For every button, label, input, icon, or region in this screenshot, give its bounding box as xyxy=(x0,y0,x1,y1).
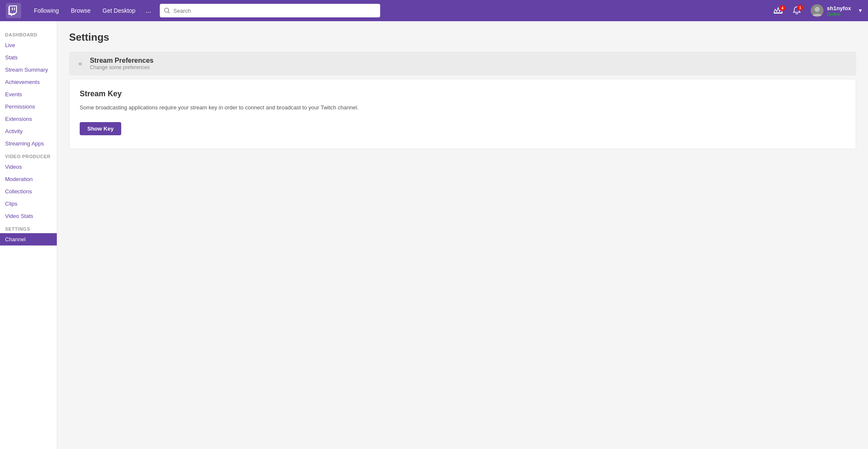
main-content: Settings « Stream Preferences Change som… xyxy=(57,21,868,449)
sidebar-section-settings: Settings xyxy=(0,222,57,233)
show-key-button[interactable]: Show Key xyxy=(80,122,121,135)
nav-right: 4 1 sh1nyfox Online ▼ xyxy=(770,3,863,19)
top-nav: Following Browse Get Desktop ... 4 1 sh1… xyxy=(0,0,868,21)
sidebar-item-streaming-apps[interactable]: Streaming Apps xyxy=(0,137,57,150)
bell-icon-btn[interactable]: 1 xyxy=(790,4,804,17)
stream-key-title: Stream Key xyxy=(80,89,846,98)
stream-pref-text: Stream Preferences Change some preferenc… xyxy=(90,57,153,70)
stream-pref-subtitle: Change some preferences xyxy=(90,64,153,70)
sidebar-item-permissions[interactable]: Permissions xyxy=(0,100,57,113)
username: sh1nyfox xyxy=(827,5,851,11)
chevron-down-icon[interactable]: ▼ xyxy=(858,8,863,14)
sidebar-item-channel[interactable]: Channel xyxy=(0,233,57,245)
search-input[interactable] xyxy=(173,8,376,14)
search-bar xyxy=(160,4,380,17)
nav-browse[interactable]: Browse xyxy=(66,5,96,17)
svg-rect-2 xyxy=(12,8,13,10)
twitch-logo[interactable] xyxy=(5,2,22,19)
search-icon xyxy=(164,8,170,14)
stream-pref-title: Stream Preferences xyxy=(90,57,153,64)
nav-following[interactable]: Following xyxy=(29,5,64,17)
sidebar-item-achievements[interactable]: Achievements xyxy=(0,76,57,88)
sidebar-item-stats[interactable]: Stats xyxy=(0,51,57,64)
stream-key-description: Some broadcasting applications require y… xyxy=(80,103,846,112)
crown-badge: 4 xyxy=(779,5,785,11)
sidebar-item-moderation[interactable]: Moderation xyxy=(0,173,57,185)
sidebar-section-video-producer: Video Producer xyxy=(0,150,57,161)
nav-links: Following Browse Get Desktop ... xyxy=(29,4,155,17)
collapse-button[interactable]: « xyxy=(76,59,85,68)
sidebar-item-activity[interactable]: Activity xyxy=(0,125,57,137)
nav-more[interactable]: ... xyxy=(142,4,155,17)
sidebar-section-dashboard: Dashboard xyxy=(0,28,57,39)
layout: Dashboard Live Stats Stream Summary Achi… xyxy=(0,21,868,449)
sidebar-item-stream-summary[interactable]: Stream Summary xyxy=(0,64,57,76)
username-block: sh1nyfox Online xyxy=(827,5,851,17)
stream-preferences-bar: « Stream Preferences Change some prefere… xyxy=(69,52,856,75)
sidebar-item-extensions[interactable]: Extensions xyxy=(0,113,57,125)
svg-rect-1 xyxy=(14,8,15,10)
svg-point-6 xyxy=(815,7,820,12)
avatar xyxy=(811,4,823,17)
sidebar-item-clips[interactable]: Clips xyxy=(0,198,57,210)
page-title: Settings xyxy=(69,31,856,43)
sidebar: Dashboard Live Stats Stream Summary Achi… xyxy=(0,21,57,449)
user-section[interactable]: sh1nyfox Online xyxy=(807,3,854,19)
online-status: Online xyxy=(827,11,851,17)
sidebar-item-video-stats[interactable]: Video Stats xyxy=(0,210,57,222)
stream-key-card: Stream Key Some broadcasting application… xyxy=(69,79,856,149)
crown-icon-btn[interactable]: 4 xyxy=(770,4,786,17)
sidebar-item-events[interactable]: Events xyxy=(0,88,57,100)
sidebar-item-live[interactable]: Live xyxy=(0,39,57,51)
svg-line-4 xyxy=(168,12,170,13)
sidebar-item-collections[interactable]: Collections xyxy=(0,185,57,198)
bell-badge: 1 xyxy=(797,5,803,11)
sidebar-item-videos[interactable]: Videos xyxy=(0,161,57,173)
nav-get-desktop[interactable]: Get Desktop xyxy=(97,5,141,17)
svg-rect-5 xyxy=(774,13,782,14)
svg-rect-0 xyxy=(6,3,21,18)
